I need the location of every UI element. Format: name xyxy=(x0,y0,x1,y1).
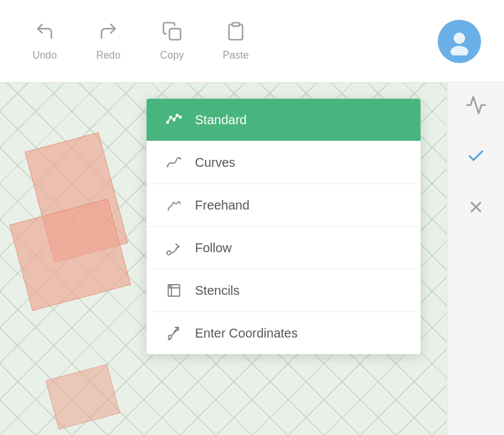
curves-icon xyxy=(164,153,184,172)
copy-icon xyxy=(162,21,182,45)
drawing-mode-dropdown: Standard Curves Freehand xyxy=(147,99,421,354)
enter-coordinates-label: Enter Coordinates xyxy=(195,326,298,341)
copy-label: Copy xyxy=(160,50,184,61)
follow-icon xyxy=(164,238,184,257)
svg-point-10 xyxy=(180,117,182,118)
user-avatar[interactable] xyxy=(438,20,481,63)
dropdown-item-enter-coordinates[interactable]: Enter Coordinates xyxy=(147,312,421,354)
redo-button[interactable]: Redo xyxy=(76,21,140,61)
cancel-button[interactable] xyxy=(460,191,492,223)
follow-label: Follow xyxy=(195,241,232,255)
map-building-3 xyxy=(45,364,120,429)
right-panel xyxy=(447,83,504,435)
stencils-icon xyxy=(164,281,184,300)
dropdown-item-follow[interactable]: Follow xyxy=(147,227,421,269)
redo-label: Redo xyxy=(96,50,120,61)
paste-label: Paste xyxy=(223,50,249,61)
line-chart-tool-button[interactable] xyxy=(460,89,492,121)
curves-label: Curves xyxy=(195,155,235,170)
enter-coordinates-icon xyxy=(164,324,184,343)
undo-label: Undo xyxy=(32,50,57,61)
dropdown-item-curves[interactable]: Curves xyxy=(147,141,421,184)
svg-rect-0 xyxy=(169,29,180,39)
svg-point-12 xyxy=(180,158,182,160)
standard-label: Standard xyxy=(195,113,247,127)
svg-rect-1 xyxy=(233,23,240,26)
undo-icon xyxy=(34,21,55,45)
svg-point-8 xyxy=(173,119,175,121)
paste-icon xyxy=(226,21,246,45)
freehand-icon xyxy=(164,196,184,215)
dropdown-item-stencils[interactable]: Stencils xyxy=(147,269,421,312)
svg-point-2 xyxy=(454,32,465,44)
svg-point-9 xyxy=(176,115,178,117)
dropdown-item-freehand[interactable]: Freehand xyxy=(147,184,421,227)
copy-button[interactable]: Copy xyxy=(140,21,204,61)
paste-button[interactable]: Paste xyxy=(204,21,268,61)
dropdown-item-standard[interactable]: Standard xyxy=(147,99,421,141)
undo-button[interactable]: Undo xyxy=(13,21,76,61)
redo-icon xyxy=(98,21,119,45)
standard-icon xyxy=(164,110,184,129)
svg-point-6 xyxy=(167,122,169,124)
stencils-label: Stencils xyxy=(195,283,240,298)
toolbar: Undo Redo Copy Paste xyxy=(0,0,504,83)
svg-line-19 xyxy=(171,329,178,336)
svg-point-3 xyxy=(450,46,468,55)
freehand-label: Freehand xyxy=(195,198,250,213)
confirm-button[interactable] xyxy=(460,140,492,172)
svg-point-7 xyxy=(170,117,172,118)
svg-point-11 xyxy=(167,166,169,168)
